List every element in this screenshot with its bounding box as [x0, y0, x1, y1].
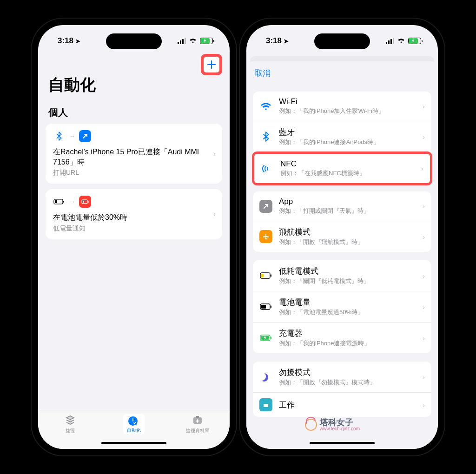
arrow-icon: →: [69, 198, 75, 205]
svg-rect-4: [88, 201, 89, 203]
battery-level-icon: [259, 300, 272, 313]
card-title: 在Rachel's iPhone 15 Pro已連接「Audi MMI 7156…: [53, 147, 216, 167]
row-title: 藍牙: [279, 127, 416, 138]
row-title: App: [279, 197, 416, 206]
chevron-right-icon: ›: [213, 210, 216, 218]
card-title: 在電池電量低於30%時: [53, 212, 216, 223]
trigger-dnd[interactable]: 勿擾模式 例如：「開啟『勿擾模式』模式時」 ›: [253, 362, 431, 393]
row-title: Wi-Fi: [279, 97, 416, 106]
automation-card[interactable]: → 在Rachel's iPhone 15 Pro已連接「Audi MMI 71…: [46, 124, 222, 184]
tab-shortcuts[interactable]: 捷徑: [38, 414, 102, 449]
status-time: 3:18: [266, 36, 282, 46]
row-sub: 例如：「我的iPhone連接電源時」: [279, 339, 416, 348]
card-sub: 打開URL: [53, 169, 216, 177]
page-title: 自動化: [48, 74, 219, 96]
svg-rect-1: [63, 201, 64, 203]
phone-left: 3:18 ➤ 自動化 個人: [32, 19, 236, 455]
chevron-right-icon: ›: [423, 133, 425, 141]
row-sub: 例如：「開啟『勿擾模式』模式時」: [279, 378, 416, 387]
svg-rect-3: [82, 200, 87, 204]
row-sub: 例如：「電池電量超過50%時」: [279, 308, 416, 316]
automation-icon: [127, 415, 139, 427]
screen-right: 3:18 ➤ 取消: [246, 25, 438, 449]
chevron-right-icon: ›: [423, 202, 425, 210]
trigger-work[interactable]: 工作 ›: [253, 393, 431, 417]
svg-rect-14: [271, 306, 271, 308]
row-sub: 例如：「開啟『飛航模式』時」: [279, 238, 416, 246]
row-title: 充電器: [279, 328, 416, 339]
location-icon: ➤: [75, 38, 80, 45]
chevron-right-icon: ›: [423, 401, 425, 409]
svg-rect-5: [83, 201, 84, 203]
wifi-icon: [397, 36, 405, 46]
status-time: 3:18: [58, 36, 73, 46]
trigger-app[interactable]: App 例如：「打開或關閉『天氣』時」 ›: [253, 191, 431, 221]
cellular-icon: [386, 38, 394, 44]
trigger-group-app: App 例如：「打開或關閉『天氣』時」 › 飛航模式 例如：「開啟『飛航模式』時…: [253, 191, 431, 252]
open-url-icon: [79, 130, 91, 142]
trigger-low-power[interactable]: 低耗電模式 例如：「關閉『低耗電模式』時」 ›: [253, 260, 431, 291]
tab-label: 捷徑資料庫: [186, 428, 209, 434]
trigger-nfc[interactable]: NFC 例如：「在我感應NFC標籤時」 ›: [254, 154, 430, 183]
watermark-logo-icon: [303, 417, 318, 432]
chevron-right-icon: ›: [423, 102, 425, 110]
battery-icon: [408, 38, 421, 44]
trigger-wifi[interactable]: Wi-Fi 例如：「我的iPhone加入住家Wi-Fi時」 ›: [253, 92, 431, 121]
chevron-right-icon: ›: [423, 303, 425, 311]
tab-label: 自動化: [127, 428, 141, 433]
chevron-right-icon: ›: [423, 272, 425, 280]
chevron-right-icon: ›: [421, 165, 423, 172]
add-button[interactable]: [204, 57, 219, 72]
svg-rect-17: [271, 337, 271, 339]
row-title: 勿擾模式: [279, 367, 416, 378]
wifi-icon: [259, 100, 272, 113]
chevron-right-icon: ›: [423, 373, 425, 381]
gallery-icon: [192, 414, 204, 426]
row-sub: 例如：「我的iPhone加入住家Wi-Fi時」: [279, 107, 416, 115]
home-indicator[interactable]: [310, 442, 375, 444]
dynamic-island: [314, 33, 370, 49]
cellular-icon: [178, 38, 186, 44]
moon-icon: [259, 370, 272, 383]
row-title: 工作: [279, 400, 416, 410]
row-title: 電池電量: [279, 297, 416, 308]
add-button-highlight: [201, 54, 222, 75]
trigger-bluetooth[interactable]: 藍牙 例如：「我的iPhone連接AirPods時」 ›: [253, 121, 431, 152]
airplane-icon: [259, 230, 272, 243]
chevron-right-icon: ›: [423, 233, 425, 241]
automation-card[interactable]: → 在電池電量低於30%時 低電量通知 ›: [46, 189, 222, 239]
watermark-name: 塔科女子: [320, 418, 360, 427]
svg-rect-2: [55, 200, 57, 203]
cancel-button[interactable]: 取消: [255, 69, 271, 78]
low-battery-icon: [79, 196, 91, 208]
trigger-picker-sheet: 取消 Wi-Fi 例如：「我的iPhone加入住家Wi-Fi時」 ›: [246, 61, 438, 449]
app-icon: [259, 200, 272, 213]
tab-label: 捷徑: [66, 428, 75, 434]
svg-rect-15: [261, 305, 266, 309]
work-icon: [259, 398, 272, 411]
row-sub: 例如：「打開或關閉『天氣』時」: [279, 207, 416, 215]
trigger-airplane[interactable]: 飛航模式 例如：「開啟『飛航模式』時」 ›: [253, 221, 431, 252]
card-sub: 低電量通知: [53, 224, 216, 233]
row-sub: 例如：「在我感應NFC標籤時」: [280, 169, 415, 178]
battery-level-icon: [53, 196, 65, 208]
row-title: 低耗電模式: [279, 266, 416, 276]
svg-rect-9: [196, 416, 199, 418]
low-power-icon: [259, 269, 272, 282]
section-personal: 個人: [38, 99, 230, 124]
trigger-charger[interactable]: 充電器 例如：「我的iPhone連接電源時」 ›: [253, 323, 431, 353]
row-title: 飛航模式: [279, 227, 416, 237]
phone-right: 3:18 ➤ 取消: [240, 19, 444, 455]
svg-rect-19: [264, 404, 268, 407]
shortcuts-icon: [64, 414, 76, 426]
bluetooth-icon: [259, 130, 272, 143]
tab-gallery[interactable]: 捷徑資料庫: [166, 414, 230, 449]
row-sub: 例如：「我的iPhone連接AirPods時」: [279, 138, 416, 146]
bluetooth-icon: [53, 130, 65, 142]
charger-icon: [259, 331, 272, 344]
trigger-group-power: 低耗電模式 例如：「關閉『低耗電模式』時」 › 電池電量 例如：「電池電量超過5…: [253, 260, 431, 353]
svg-rect-11: [271, 275, 271, 277]
trigger-group-connectivity: Wi-Fi 例如：「我的iPhone加入住家Wi-Fi時」 › 藍牙 例如：「我…: [253, 92, 431, 183]
trigger-battery-level[interactable]: 電池電量 例如：「電池電量超過50%時」 ›: [253, 291, 431, 323]
home-indicator[interactable]: [101, 442, 166, 444]
